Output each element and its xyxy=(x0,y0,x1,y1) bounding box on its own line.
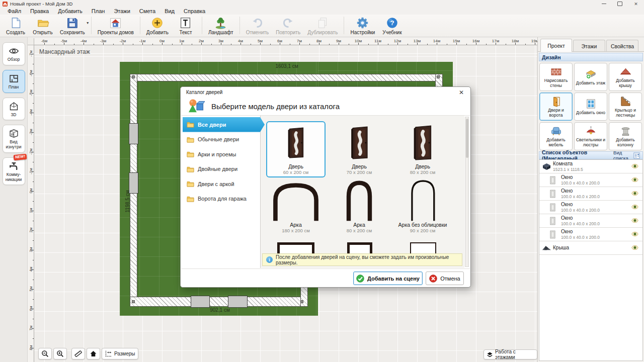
text-button[interactable]: Текст xyxy=(172,15,199,36)
visibility-eye-icon[interactable] xyxy=(631,177,638,183)
house-projects-button[interactable]: Проекты домов xyxy=(94,15,137,36)
design-button-add-roof[interactable]: Добавить крышу xyxy=(609,63,642,91)
add-button[interactable]: Добавить xyxy=(143,15,172,36)
visibility-eye-icon[interactable] xyxy=(631,231,638,237)
category-double-doors[interactable]: Двойные двери xyxy=(183,162,263,177)
tutorial-button[interactable]: ?Учебник xyxy=(378,15,406,36)
tab-properties[interactable]: Свойства xyxy=(606,40,638,52)
dimensions-button[interactable]: Размеры xyxy=(102,348,138,359)
menu-item-insert[interactable]: Добавить xyxy=(53,8,87,14)
wall-corner-handle[interactable] xyxy=(437,75,440,78)
sidebar-item-interior[interactable]: Вид изнутри xyxy=(3,125,25,153)
plan-icon xyxy=(9,73,19,84)
window-object[interactable] xyxy=(129,172,138,194)
project-tab-content: Дизайн Нарисовать стеныДобавить этажДоба… xyxy=(538,51,644,362)
design-button-doors-gates[interactable]: Двери и ворота xyxy=(539,93,573,121)
window-object[interactable] xyxy=(129,123,138,144)
work-with-floors-button[interactable]: Работа с этажами xyxy=(484,349,537,359)
category-doors-with-arch[interactable]: Двери с аркой xyxy=(183,176,263,192)
landscape-button[interactable]: Ландшафт xyxy=(205,15,237,36)
wall-corner-handle[interactable] xyxy=(132,75,135,78)
visibility-eye-icon[interactable] xyxy=(631,245,638,250)
tab-project[interactable]: Проект xyxy=(540,39,572,52)
menu-item-floors[interactable]: Этажи xyxy=(109,8,134,14)
object-row-окно-2[interactable]: Окно100.0 x 40.0 x 200.0 xyxy=(539,187,642,201)
category-all-doors[interactable]: Все двери xyxy=(183,117,265,132)
arch-outline-thumbnail-icon xyxy=(406,178,439,222)
dimension-left: 1198,5 см xyxy=(125,184,130,219)
design-button-add-floor[interactable]: Добавить этаж xyxy=(574,63,607,91)
close-button[interactable]: ✕ xyxy=(628,0,644,8)
menu-item-edit[interactable]: Правка xyxy=(26,8,53,14)
window-object[interactable] xyxy=(191,296,210,308)
sidebar-item-communications[interactable]: Комму- никацииNEW! xyxy=(3,157,25,186)
menu-item-file[interactable]: Файл xyxy=(3,8,26,14)
ruler-label: 6м xyxy=(29,302,33,315)
text-label: Текст xyxy=(179,30,192,35)
tab-floors[interactable]: Этажи xyxy=(573,40,605,52)
menu-item-help[interactable]: Справка xyxy=(179,8,210,14)
settings-button[interactable]: Настройки xyxy=(347,15,378,36)
category-arches-openings[interactable]: Арки и проемы xyxy=(183,147,263,162)
visibility-eye-icon[interactable] xyxy=(631,204,638,210)
menu-item-view[interactable]: Вид xyxy=(160,8,179,14)
wall-corner-handle[interactable] xyxy=(300,300,303,303)
object-row-крыша-6[interactable]: Крыша xyxy=(539,241,642,255)
ruler-label: 17м xyxy=(492,39,499,43)
save-button[interactable]: Сохранить▼ xyxy=(56,15,89,36)
dropdown-arrow-icon[interactable]: ▼ xyxy=(86,21,90,25)
minimize-button[interactable] xyxy=(596,0,612,8)
object-row-окно-4[interactable]: Окно100.0 x 40.0 x 200.0 xyxy=(539,214,642,228)
design-button-add-window[interactable]: Добавить окно xyxy=(574,93,607,121)
wall-bottom[interactable] xyxy=(130,297,308,307)
design-button-draw-walls[interactable]: Нарисовать стены xyxy=(539,63,573,91)
visibility-eye-icon[interactable] xyxy=(631,218,638,223)
sidebar-item-plan[interactable]: План xyxy=(3,70,25,93)
window-object[interactable] xyxy=(228,296,248,308)
design-button-add-furniture[interactable]: Добавить мебель xyxy=(539,122,573,150)
items-scrollbar[interactable] xyxy=(465,117,469,267)
object-row-окно-3[interactable]: Окно100.0 x 40.0 x 200.0 xyxy=(539,201,642,214)
undo-button[interactable]: Отменить xyxy=(243,15,273,36)
ruler-tick-minor xyxy=(290,44,290,45)
door-thumbnail-icon xyxy=(284,122,307,163)
scrollbar-thumb[interactable] xyxy=(466,119,468,158)
door-item-3[interactable]: Дверь80 x 200 см xyxy=(393,121,452,177)
design-button-porch-stairs[interactable]: Крыльцо и лестницы xyxy=(609,93,642,121)
sidebar-item-3d[interactable]: 3D xyxy=(3,98,25,121)
dialog-close-icon[interactable]: ✕ xyxy=(457,88,465,97)
object-row-окно-5[interactable]: Окно100.0 x 40.0 x 200.0 xyxy=(539,228,642,241)
zoom-out-button[interactable] xyxy=(38,348,52,359)
category-regular-doors[interactable]: Обычные двери xyxy=(183,132,263,147)
maximize-button[interactable] xyxy=(612,0,628,8)
visibility-eye-icon[interactable] xyxy=(631,191,638,196)
category-garage-gates[interactable]: Ворота для гаража xyxy=(183,192,263,207)
menu-item-estimate[interactable]: Смета xyxy=(135,8,160,14)
visibility-eye-icon[interactable] xyxy=(631,163,638,169)
object-row-окно-1[interactable]: Окно100.0 x 40.0 x 200.0 xyxy=(539,173,642,187)
add-to-scene-button[interactable]: Добавить на сцену xyxy=(353,272,423,285)
menu-item-plan[interactable]: План xyxy=(87,8,110,14)
design-button-lights[interactable]: Светильники и люстры xyxy=(574,122,607,150)
zoom-in-button[interactable] xyxy=(53,348,67,359)
measure-button[interactable] xyxy=(71,348,85,359)
door-item-5[interactable]: Арка80 x 200 см xyxy=(330,179,389,236)
door-item-1[interactable]: Дверь60 x 200 см xyxy=(266,121,326,177)
category-label-regular-doors: Обычные двери xyxy=(198,136,239,142)
wall-top[interactable] xyxy=(130,74,443,81)
sidebar-item-overview[interactable]: Обзор xyxy=(3,42,25,65)
open-button[interactable]: Открыть xyxy=(29,15,56,36)
create-button[interactable]: Создать xyxy=(2,15,29,36)
duplicate-button[interactable]: Дублировать xyxy=(304,15,341,36)
object-row-комната-0[interactable]: Комната1523.1 x 1118.5 xyxy=(539,160,642,173)
door-item-2[interactable]: Дверь70 x 200 см xyxy=(330,121,389,177)
door-item-4[interactable]: Арка180 x 200 см xyxy=(266,179,326,236)
design-button-add-column[interactable]: Добавить колонну xyxy=(609,122,642,150)
wall-corner-handle[interactable] xyxy=(132,300,135,303)
home-button[interactable] xyxy=(87,348,100,359)
category-label-doors-with-arch: Двери с аркой xyxy=(198,181,234,187)
ruler-label: -5м xyxy=(29,86,33,100)
door-item-6[interactable]: Арка без облицовки90 x 200 см xyxy=(393,179,452,236)
cancel-button[interactable]: Отмена xyxy=(426,272,464,285)
redo-button[interactable]: Повторить xyxy=(272,15,304,36)
